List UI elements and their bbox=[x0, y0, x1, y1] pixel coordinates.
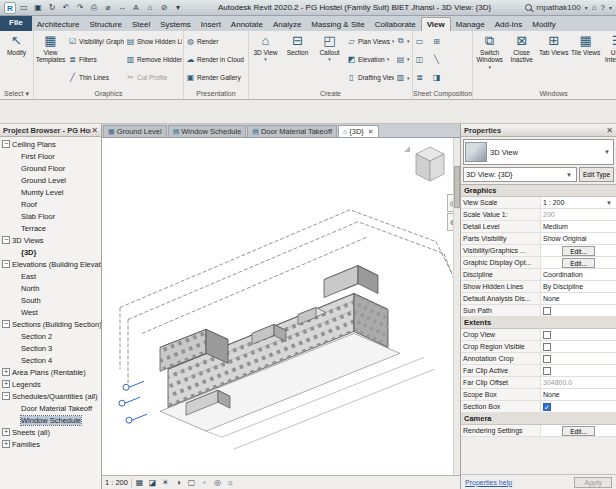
tree-item-door-material-takeoff[interactable]: Door Material Takeoff bbox=[0, 402, 101, 414]
ribbon-button-render[interactable]: ◍Render bbox=[185, 34, 247, 49]
ribbon-tab-annotate[interactable]: Annotate bbox=[226, 18, 268, 31]
ribbon-button-visibility-graphics[interactable]: ☑Visibility/ Graphics bbox=[67, 34, 124, 49]
tree-item-section-3[interactable]: Section 3 bbox=[0, 342, 101, 354]
collapse-icon[interactable]: − bbox=[2, 392, 10, 400]
edit-button[interactable]: Edit... bbox=[562, 246, 595, 256]
view-tab-3d[interactable]: ⌂{3D}✕ bbox=[338, 125, 379, 137]
help-dropdown-icon[interactable]: ▾ bbox=[609, 4, 612, 11]
ribbon-button-show-hidden-lines[interactable]: ▤Show Hidden Lines bbox=[125, 34, 182, 49]
tree-item-ceiling-plans[interactable]: −Ceiling Plans bbox=[0, 138, 101, 150]
checkbox-unchecked[interactable] bbox=[543, 331, 551, 339]
tree-item-west[interactable]: West bbox=[0, 306, 101, 318]
tree-item-area-plans-rentable[interactable]: +Area Plans (Rentable) bbox=[0, 366, 101, 378]
ribbon-button-3d-view[interactable]: ⌂3D View▾ bbox=[250, 32, 281, 87]
property-value-crop-view[interactable] bbox=[541, 329, 616, 340]
ribbon-tab-manage[interactable]: Manage bbox=[451, 18, 490, 31]
ribbon-button-view-reference[interactable]: ◨ bbox=[431, 70, 447, 85]
ribbon-tab-systems[interactable]: Systems bbox=[155, 18, 196, 31]
ribbon-button-render-in-cloud[interactable]: ☁Render in Cloud bbox=[185, 52, 247, 67]
tree-item-3d[interactable]: {3D} bbox=[0, 246, 101, 258]
ribbon-button-matchline[interactable]: ╲ bbox=[431, 52, 447, 67]
ribbon-button-user-interface[interactable]: ☰User Interface▾ bbox=[602, 32, 616, 87]
show-crop-region-icon[interactable]: ▫ bbox=[199, 478, 210, 487]
ribbon-tab-modify[interactable]: Modify bbox=[527, 18, 561, 31]
ribbon-button-modify[interactable]: ↖Modify bbox=[1, 32, 32, 87]
checkbox-unchecked[interactable] bbox=[543, 307, 551, 315]
collapse-icon[interactable]: − bbox=[2, 236, 10, 244]
property-value-rendering-settings[interactable]: Edit... bbox=[541, 425, 616, 436]
instance-selector[interactable]: 3D View: {3D} ▼ bbox=[463, 167, 577, 182]
tree-item-window-schedule[interactable]: Window Schedule bbox=[0, 414, 101, 426]
view-tab-ground-level[interactable]: ▦Ground Level bbox=[103, 125, 167, 137]
expand-icon[interactable]: + bbox=[2, 380, 10, 388]
section-header-graphics[interactable]: Graphics bbox=[461, 185, 616, 197]
property-value-show-hidden-lines[interactable]: By Discipline bbox=[541, 281, 616, 292]
properties-help-link[interactable]: Properties help bbox=[465, 479, 512, 486]
model-canvas[interactable]: ◎ ⊕ bbox=[102, 137, 460, 475]
detail-level-icon[interactable]: ▦ bbox=[134, 478, 145, 487]
tree-item-east[interactable]: East bbox=[0, 270, 101, 282]
property-value-view-scale[interactable]: 1 : 200▼ bbox=[541, 197, 616, 208]
instance-dropdown-icon[interactable]: ▼ bbox=[564, 172, 574, 178]
section-icon[interactable]: ⊘ bbox=[158, 2, 170, 14]
ribbon-button-legends[interactable]: ▤▾ bbox=[395, 52, 411, 67]
tree-item-mumty-level[interactable]: Mumty Level bbox=[0, 186, 101, 198]
ribbon-tab-insert[interactable]: Insert bbox=[196, 18, 226, 31]
scrollbar-thumb[interactable] bbox=[454, 166, 460, 208]
tree-item-sections-building-section[interactable]: −Sections (Building Section) bbox=[0, 318, 101, 330]
view-tab-window-schedule[interactable]: ▤Window Schedule bbox=[168, 125, 247, 137]
default-3d-view-icon[interactable]: ⌂ bbox=[144, 2, 156, 14]
value-dropdown-icon[interactable]: ▼ bbox=[604, 200, 614, 206]
sync-icon[interactable]: ↻ bbox=[46, 2, 58, 14]
ribbon-button-guide-grid[interactable]: ⊞ bbox=[431, 34, 447, 49]
viewcube[interactable] bbox=[402, 144, 448, 186]
expand-icon[interactable]: + bbox=[2, 428, 10, 436]
ribbon-button-plan-views[interactable]: ▱Plan Views▾ bbox=[346, 34, 394, 49]
view-scale-control[interactable]: 1 : 200 bbox=[105, 478, 132, 487]
close-tab-icon[interactable]: ✕ bbox=[368, 128, 374, 136]
ribbon-button-elevation[interactable]: ◩Elevation▾ bbox=[346, 52, 394, 67]
user-dropdown-icon[interactable]: ▾ bbox=[585, 4, 588, 11]
type-selector-dropdown-icon[interactable]: ▼ bbox=[602, 149, 612, 155]
crop-view-icon[interactable]: ▢ bbox=[186, 478, 197, 487]
property-value-sun-path[interactable] bbox=[541, 305, 616, 316]
open-icon[interactable]: ▭ bbox=[18, 2, 30, 14]
ribbon-tab-add-ins[interactable]: Add-Ins bbox=[490, 18, 528, 31]
ribbon-tab-view[interactable]: View bbox=[421, 17, 451, 31]
view-tab-door-material-takeoff[interactable]: ▤Door Material Takeoff bbox=[247, 125, 337, 137]
properties-header[interactable]: Properties ✕ bbox=[461, 124, 616, 137]
checkbox-checked[interactable]: ✓ bbox=[543, 403, 551, 411]
tree-item-terrace[interactable]: Terrace bbox=[0, 222, 101, 234]
ribbon-button-thin-lines[interactable]: ╱Thin Lines bbox=[67, 70, 124, 85]
tree-item-ground-level[interactable]: Ground Level bbox=[0, 174, 101, 186]
print-icon[interactable]: ⎙ bbox=[88, 2, 100, 14]
ribbon-button-section[interactable]: ⊟Section bbox=[282, 32, 313, 87]
tree-item-legends[interactable]: +Legends bbox=[0, 378, 101, 390]
save-icon[interactable]: ▣ bbox=[32, 2, 44, 14]
ribbon-button-tab-views[interactable]: ⊞Tab Views bbox=[538, 32, 569, 87]
ribbon-button-view-templates[interactable]: ▦View Templates bbox=[35, 32, 66, 87]
property-value-far-clip-active[interactable] bbox=[541, 365, 616, 376]
edit-button[interactable]: Edit... bbox=[562, 258, 595, 268]
checkbox-unchecked[interactable] bbox=[543, 355, 551, 363]
edit-type-button[interactable]: Edit Type bbox=[579, 167, 614, 182]
apply-button[interactable]: Apply bbox=[574, 477, 612, 488]
ribbon-button-sheet[interactable]: ▭ bbox=[414, 34, 430, 49]
tree-item-south[interactable]: South bbox=[0, 294, 101, 306]
tree-item-slab-floor[interactable]: Slab Floor bbox=[0, 210, 101, 222]
property-value-detail-level[interactable]: Medium bbox=[541, 221, 616, 232]
tree-item-section-2[interactable]: Section 2 bbox=[0, 330, 101, 342]
property-value-section-box[interactable]: ✓ bbox=[541, 401, 616, 412]
ribbon-button-tile-views[interactable]: ▦Tile Views bbox=[570, 32, 601, 87]
aligned-dimension-icon[interactable]: ↔ bbox=[116, 2, 128, 14]
ribbon-button-title-block[interactable]: ◫ bbox=[414, 52, 430, 67]
text-icon[interactable]: A bbox=[130, 2, 142, 14]
help-icon[interactable]: ? bbox=[601, 3, 605, 12]
app-store-icon[interactable]: ⌂ bbox=[592, 3, 597, 12]
property-value-parts-visibility[interactable]: Show Original bbox=[541, 233, 616, 244]
visual-style-icon[interactable]: ◪ bbox=[147, 478, 158, 487]
undo-icon[interactable]: ↶ bbox=[60, 2, 72, 14]
tree-item-north[interactable]: North bbox=[0, 282, 101, 294]
revit-logo-icon[interactable]: R bbox=[4, 2, 16, 14]
property-value-annotation-crop[interactable] bbox=[541, 353, 616, 364]
